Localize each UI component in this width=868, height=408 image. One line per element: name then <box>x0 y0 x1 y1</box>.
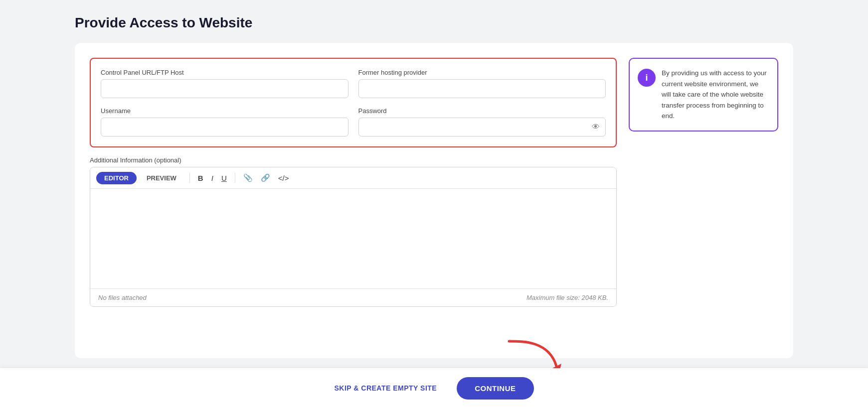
page-title: Provide Access to Website <box>75 15 793 31</box>
toggle-password-icon[interactable]: 👁 <box>592 123 600 132</box>
editor-content-area[interactable] <box>90 189 616 288</box>
additional-section: Additional Information (optional) EDITOR… <box>90 156 617 307</box>
control-panel-label: Control Panel URL/FTP Host <box>101 69 348 76</box>
no-files-text: No files attached <box>98 294 147 301</box>
username-label: Username <box>101 107 348 115</box>
password-wrapper: 👁 <box>358 118 606 136</box>
username-group: Username <box>101 107 348 136</box>
preview-tab[interactable]: PREVIEW <box>139 172 184 184</box>
right-section: i By providing us with access to your cu… <box>629 58 778 343</box>
main-card: Control Panel URL/FTP Host Former hostin… <box>75 43 793 358</box>
editor-footer: No files attached Maximum file size: 204… <box>90 288 616 306</box>
control-panel-input[interactable] <box>101 79 348 98</box>
username-input[interactable] <box>101 118 348 136</box>
editor-box: EDITOR PREVIEW B I U <box>90 167 617 307</box>
link-icon[interactable]: 🔗 <box>258 171 273 184</box>
info-text: By providing us with access to your curr… <box>662 68 769 122</box>
password-input[interactable] <box>358 118 606 136</box>
continue-button[interactable]: CONTINUE <box>457 377 533 400</box>
former-hosting-group: Former hosting provider <box>358 69 606 98</box>
max-file-size-text: Maximum file size: 2048 KB. <box>526 294 608 301</box>
bold-icon[interactable]: B <box>195 172 206 184</box>
info-icon: i <box>638 69 656 87</box>
left-section: Control Panel URL/FTP Host Former hostin… <box>90 58 617 343</box>
fields-row-2: Username Password 👁 <box>101 107 606 136</box>
password-group: Password 👁 <box>358 107 606 136</box>
control-panel-group: Control Panel URL/FTP Host <box>101 69 348 98</box>
editor-toolbar: EDITOR PREVIEW B I U <box>90 167 616 189</box>
password-label: Password <box>358 107 606 115</box>
code-icon[interactable]: </> <box>275 172 292 184</box>
credentials-box: Control Panel URL/FTP Host Former hostin… <box>90 58 617 147</box>
underline-icon[interactable]: U <box>218 172 230 184</box>
info-box: i By providing us with access to your cu… <box>629 58 778 132</box>
former-hosting-label: Former hosting provider <box>358 69 606 76</box>
footer-bar: SKIP & CREATE EMPTY SITE CONTINUE <box>0 368 868 408</box>
skip-button[interactable]: SKIP & CREATE EMPTY SITE <box>334 384 437 392</box>
former-hosting-input[interactable] <box>358 79 606 98</box>
italic-icon[interactable]: I <box>208 172 216 184</box>
additional-label: Additional Information (optional) <box>90 156 617 164</box>
editor-tab[interactable]: EDITOR <box>96 172 137 184</box>
fields-row-1: Control Panel URL/FTP Host Former hostin… <box>101 69 606 98</box>
toolbar-divider-2 <box>235 173 235 183</box>
toolbar-divider <box>189 173 190 183</box>
attachment-icon[interactable]: 📎 <box>240 171 256 184</box>
